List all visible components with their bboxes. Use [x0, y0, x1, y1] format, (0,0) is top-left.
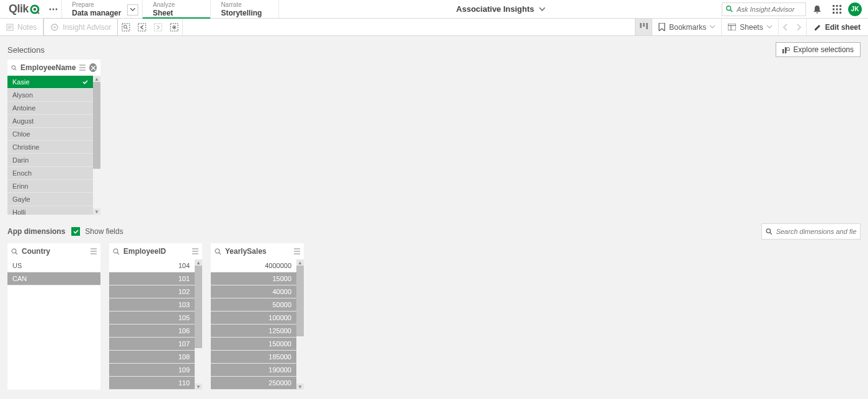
explore-selections-button[interactable]: Explore selections	[776, 42, 861, 57]
app-title-dropdown[interactable]: Associative Insights	[279, 0, 722, 18]
next-sheet-button[interactable]	[792, 19, 806, 36]
list-item[interactable]: 102	[109, 285, 195, 298]
list-item[interactable]: 50000	[211, 298, 296, 312]
svg-rect-32	[640, 23, 642, 28]
search-icon[interactable]	[11, 248, 18, 255]
list-item[interactable]: Darin	[7, 154, 93, 167]
selections-tool-button[interactable]	[635, 19, 652, 35]
list-item[interactable]: 4000000	[211, 259, 296, 272]
nav-tab-top: Analyze	[153, 2, 200, 8]
list-item[interactable]: 150000	[211, 338, 296, 351]
scroll-up-button[interactable]: ▲	[195, 259, 202, 266]
selection-tools	[118, 19, 183, 35]
scroll-up-button[interactable]: ▲	[296, 259, 304, 266]
list-item[interactable]: August	[7, 115, 93, 128]
list-item[interactable]: CAN	[7, 272, 100, 285]
sheet-nav	[779, 19, 807, 35]
list-item[interactable]: Holli	[7, 206, 93, 215]
notes-button[interactable]: Notes	[0, 19, 43, 35]
list-item[interactable]: 105	[109, 312, 195, 325]
list-item[interactable]: Christine	[7, 141, 93, 154]
list-item[interactable]: 104	[109, 259, 195, 272]
smart-search-button[interactable]	[118, 19, 134, 36]
listbox-employeeid[interactable]: 104101102103105106107108109110	[109, 259, 195, 390]
sheets-button[interactable]: Sheets	[722, 19, 778, 35]
search-icon[interactable]	[113, 248, 120, 255]
listbox-yearlysales[interactable]: 4000000150004000050000100000125000150000…	[211, 259, 296, 390]
clear-selection-button[interactable]	[89, 63, 97, 72]
list-item[interactable]: 40000	[211, 285, 296, 298]
svg-line-50	[770, 233, 772, 235]
scrollbar[interactable]: ▲▼	[195, 259, 202, 390]
list-item[interactable]: 101	[109, 272, 195, 285]
list-item[interactable]: 125000	[211, 325, 296, 338]
svg-line-7	[730, 10, 732, 12]
list-item[interactable]: 103	[109, 298, 195, 312]
insight-search-input[interactable]	[737, 6, 802, 13]
scroll-down-button[interactable]: ▼	[195, 383, 202, 390]
list-item[interactable]: 190000	[211, 364, 296, 377]
step-back-button[interactable]	[134, 19, 150, 36]
dimensions-header: App dimensions Show fields	[7, 223, 861, 240]
show-fields-toggle[interactable]: Show fields	[71, 227, 123, 236]
list-item[interactable]: Gayle	[7, 193, 93, 206]
listbox-country[interactable]: USCAN	[7, 259, 100, 285]
nav-tab-narrate[interactable]: Narrate Storytelling	[211, 0, 279, 18]
list-item[interactable]: 110	[109, 377, 195, 390]
list-item[interactable]: Erinn	[7, 180, 93, 193]
svg-rect-35	[728, 24, 736, 30]
svg-rect-39	[785, 47, 787, 53]
more-menu-button[interactable]	[45, 0, 62, 18]
prev-sheet-button[interactable]	[779, 19, 792, 36]
listbox-employeename[interactable]: KasieAlysonAntoineAugustChloeChristineDa…	[7, 76, 93, 215]
list-item[interactable]: 109	[109, 364, 195, 377]
list-item[interactable]: 108	[109, 351, 195, 364]
search-icon[interactable]	[11, 65, 17, 71]
svg-rect-14	[833, 12, 835, 14]
checkbox-checked-icon	[71, 227, 80, 236]
list-item[interactable]: Antoine	[7, 102, 93, 115]
nav-tab-bottom: Storytelling	[221, 9, 268, 17]
insight-label: Insight Advisor	[63, 23, 111, 32]
list-item[interactable]: Enoch	[7, 167, 93, 180]
chevron-down-icon[interactable]	[127, 4, 138, 16]
avatar[interactable]: JK	[848, 2, 862, 16]
edit-sheet-button[interactable]: Edit sheet	[807, 19, 868, 35]
scrollbar[interactable]: ▲ ▼	[93, 76, 100, 215]
list-item[interactable]: Chloe	[7, 128, 93, 141]
panel-menu-icon[interactable]	[91, 248, 97, 254]
clear-selections-button[interactable]	[166, 19, 182, 36]
list-item[interactable]: Alyson	[7, 89, 93, 102]
list-item[interactable]: 15000	[211, 272, 296, 285]
bookmarks-button[interactable]: Bookmarks	[652, 19, 722, 35]
list-item[interactable]: 106	[109, 325, 195, 338]
nav-tab-prepare[interactable]: Prepare Data manager	[62, 0, 143, 18]
panel-menu-icon[interactable]	[294, 248, 300, 254]
list-item[interactable]: 185000	[211, 351, 296, 364]
dimensions-search[interactable]	[761, 223, 861, 240]
step-forward-button[interactable]	[150, 19, 166, 36]
panel-menu-icon[interactable]	[79, 65, 86, 71]
scroll-up-button[interactable]: ▲	[93, 76, 100, 82]
insight-search[interactable]	[722, 2, 806, 16]
svg-point-24	[124, 25, 127, 28]
list-item[interactable]: 100000	[211, 312, 296, 325]
list-item[interactable]: US	[7, 259, 100, 272]
app-launcher-button[interactable]	[828, 1, 846, 18]
list-item[interactable]: Kasie	[7, 76, 93, 89]
nav-tab-analyze[interactable]: Analyze Sheet	[143, 0, 211, 18]
scrollbar[interactable]: ▲▼	[296, 259, 304, 390]
insight-advisor-button[interactable]: Insight Advisor	[43, 18, 118, 36]
list-item[interactable]: 107	[109, 338, 195, 351]
panel-menu-icon[interactable]	[192, 248, 198, 254]
svg-line-43	[15, 68, 16, 69]
search-icon	[766, 228, 773, 235]
scroll-down-button[interactable]: ▼	[296, 383, 304, 390]
scroll-down-button[interactable]: ▼	[93, 208, 100, 215]
notifications-button[interactable]	[808, 1, 826, 18]
list-item-label: 150000	[268, 338, 291, 351]
dimensions-search-input[interactable]	[776, 228, 856, 235]
selections-header: Selections Explore selections	[7, 42, 861, 57]
list-item[interactable]: 250000	[211, 377, 296, 390]
search-icon[interactable]	[215, 248, 221, 255]
